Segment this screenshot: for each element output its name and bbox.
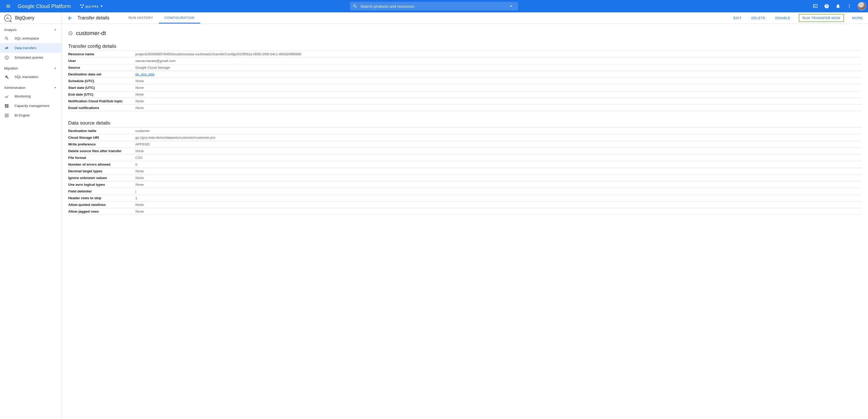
sidebar-item-data-transfers[interactable]: Data transfers bbox=[0, 43, 62, 53]
datasource-value: gs://gcp-bda-demo/datasets/customer/cust… bbox=[135, 134, 862, 141]
search-input[interactable] bbox=[361, 4, 504, 8]
datasource-value: 1 bbox=[135, 195, 862, 201]
nav-group-analysis[interactable]: Analysis bbox=[0, 24, 62, 34]
config-key: Schedule (UTC) bbox=[68, 78, 135, 85]
section-transfer-config: Transfer config details bbox=[68, 43, 862, 49]
sidebar-item-monitoring[interactable]: Monitoring bbox=[0, 92, 62, 101]
disable-button[interactable]: DISABLE bbox=[774, 14, 792, 22]
nav-group-administration[interactable]: Administration bbox=[0, 82, 62, 92]
help-button[interactable] bbox=[822, 1, 832, 11]
config-row: Start date (UTC)None bbox=[68, 85, 862, 91]
datasource-key: Delete source files after transfer bbox=[68, 148, 135, 155]
datasource-value: APPEND bbox=[135, 141, 862, 148]
config-value: saurav.karate@gmail.com bbox=[135, 58, 862, 64]
run-transfer-now-button[interactable]: RUN TRANSFER NOW bbox=[799, 14, 844, 22]
project-picker[interactable]: gcp-infra ▼ bbox=[78, 3, 105, 9]
chevron-up-icon bbox=[53, 27, 58, 32]
config-value: projects/635866578450/locations/asia-sou… bbox=[135, 51, 862, 58]
config-row: Usersaurav.karate@gmail.com bbox=[68, 58, 862, 64]
search-icon bbox=[4, 36, 9, 41]
datasource-row: Cloud Storage URIgs://gcp-bda-demo/datas… bbox=[68, 134, 862, 141]
product-header[interactable]: BigQuery bbox=[0, 12, 62, 24]
sidebar-item-capacity-management[interactable]: Capacity management bbox=[0, 101, 62, 110]
config-key: Notification Cloud Pub/Sub topic bbox=[68, 98, 135, 105]
config-key: End date (UTC) bbox=[68, 91, 135, 98]
nav-group-migration[interactable]: Migration bbox=[0, 62, 62, 72]
nav-group-label: Administration bbox=[4, 86, 25, 90]
account-avatar[interactable] bbox=[858, 2, 866, 10]
datasource-row: Ignore unknown valuesNone bbox=[68, 174, 862, 181]
svg-point-1 bbox=[849, 6, 850, 6]
resource-name: customer-dt bbox=[76, 30, 106, 37]
datasource-key: Header rows to skip bbox=[68, 195, 135, 201]
config-key: User bbox=[68, 58, 135, 64]
back-button[interactable] bbox=[66, 14, 74, 23]
datasource-key: Use avro logical types bbox=[68, 181, 135, 188]
config-value: None bbox=[135, 91, 862, 98]
search-icon bbox=[352, 4, 357, 8]
sidebar-item-sql-translation[interactable]: SQL translation bbox=[0, 72, 62, 82]
transfer-config-table: Resource nameprojects/635866578450/locat… bbox=[68, 51, 862, 111]
bell-icon bbox=[835, 4, 841, 9]
datasource-value: CSV bbox=[135, 155, 862, 161]
edit-button[interactable]: EDIT bbox=[732, 14, 743, 22]
chart-icon bbox=[4, 94, 9, 99]
page-title: Transfer details bbox=[78, 15, 109, 21]
config-row: End date (UTC)None bbox=[68, 91, 862, 98]
datasource-row: File formatCSV bbox=[68, 155, 862, 161]
config-key: Source bbox=[68, 64, 135, 71]
search-box[interactable] bbox=[350, 2, 518, 10]
config-row: SourceGoogle Cloud Storage bbox=[68, 64, 862, 71]
dashboard-icon bbox=[4, 104, 9, 108]
datasource-row: Destination tablecustomer bbox=[68, 128, 862, 134]
datasource-key: Field delimiter bbox=[68, 188, 135, 195]
notifications-button[interactable] bbox=[833, 1, 843, 11]
dataset-link[interactable]: ds_gcp_bda bbox=[135, 72, 154, 76]
sidebar-item-label: BI Engine bbox=[14, 114, 30, 117]
datasource-row: Number of errors allowed0 bbox=[68, 161, 862, 168]
data-source-table: Destination tablecustomerCloud Storage U… bbox=[68, 127, 862, 215]
sidebar-item-scheduled-queries[interactable]: Scheduled queries bbox=[0, 53, 62, 62]
datasource-key: File format bbox=[68, 155, 135, 161]
sidebar-item-bi-engine[interactable]: BI Engine bbox=[0, 110, 62, 120]
config-value: None bbox=[135, 105, 862, 111]
sidebar: BigQuery Analysis SQL workspace Data tra… bbox=[0, 12, 62, 419]
datasource-value: None bbox=[135, 181, 862, 188]
wrench-icon bbox=[4, 75, 9, 79]
datasource-value: None bbox=[135, 208, 862, 215]
datasource-key: Cloud Storage URI bbox=[68, 134, 135, 141]
datasource-key: Number of errors allowed bbox=[68, 161, 135, 168]
help-icon bbox=[824, 4, 829, 9]
arrow-back-icon bbox=[67, 15, 73, 21]
project-picker-icon bbox=[80, 4, 84, 8]
datasource-key: Allow quoted newlines bbox=[68, 201, 135, 208]
config-value: None bbox=[135, 78, 862, 85]
action-bar: Transfer details RUN HISTORY CONFIGURATI… bbox=[62, 12, 868, 24]
main: Transfer details RUN HISTORY CONFIGURATI… bbox=[62, 12, 868, 419]
datasource-value: customer bbox=[135, 128, 862, 134]
content: customer-dt Transfer config details Reso… bbox=[62, 24, 868, 419]
platform-title: Google Cloud Platform bbox=[18, 3, 71, 9]
transfer-icon bbox=[4, 46, 9, 51]
more-button[interactable]: MORE bbox=[851, 14, 864, 22]
datasource-key: Ignore unknown values bbox=[68, 174, 135, 181]
tab-configuration[interactable]: CONFIGURATION bbox=[159, 12, 200, 24]
more-menu-button[interactable] bbox=[844, 1, 855, 11]
project-name: gcp-infra bbox=[86, 4, 99, 8]
sidebar-item-label: SQL workspace bbox=[14, 36, 39, 40]
delete-button[interactable]: DELETE bbox=[750, 14, 767, 22]
cloud-shell-button[interactable] bbox=[810, 1, 820, 11]
nav-menu-button[interactable] bbox=[2, 4, 14, 9]
search-dropdown-button[interactable] bbox=[507, 4, 516, 9]
config-row: Destination data setds_gcp_bda bbox=[68, 71, 862, 78]
datasource-value: 0 bbox=[135, 161, 862, 168]
datasource-value: | bbox=[135, 188, 862, 195]
datasource-row: Allow quoted newlinesNone bbox=[68, 201, 862, 208]
sidebar-item-sql-workspace[interactable]: SQL workspace bbox=[0, 34, 62, 43]
cloud-shell-icon bbox=[813, 4, 818, 9]
datasource-row: Use avro logical typesNone bbox=[68, 181, 862, 188]
svg-point-0 bbox=[849, 4, 850, 5]
chevron-up-icon bbox=[53, 66, 58, 70]
tab-run-history[interactable]: RUN HISTORY bbox=[123, 12, 159, 24]
datasource-value: None bbox=[135, 168, 862, 174]
